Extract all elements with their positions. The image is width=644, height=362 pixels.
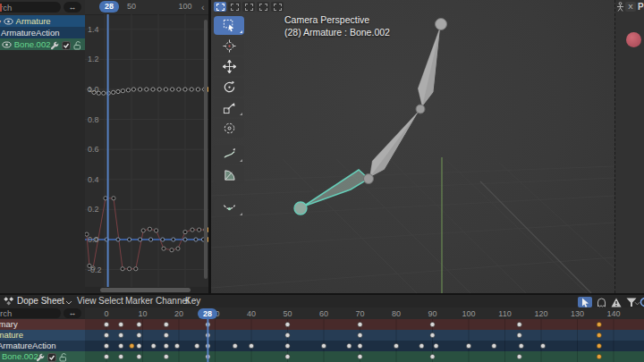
tool-annotate[interactable]: [214, 145, 244, 164]
keyframe-point[interactable]: [121, 267, 124, 271]
wrench-icon[interactable]: [50, 41, 59, 50]
search-input[interactable]: rch: [0, 2, 61, 13]
keyframe-point[interactable]: [198, 228, 201, 232]
panel-flyout-arrow[interactable]: ‹: [201, 2, 205, 13]
checkbox-icon[interactable]: [62, 41, 71, 50]
keyframe-point[interactable]: [191, 228, 194, 232]
select-mode-new[interactable]: [214, 2, 226, 12]
keyframe-point[interactable]: [116, 238, 120, 241]
eye-icon[interactable]: [2, 41, 12, 48]
keyframe-point[interactable]: [128, 238, 131, 241]
menu-channel[interactable]: Channel: [156, 296, 189, 307]
keyframe-point[interactable]: [183, 231, 187, 234]
lock-open-icon[interactable]: [73, 41, 82, 50]
dope-frame-ruler[interactable]: 0102030405060708090100110120130140: [0, 307, 644, 319]
joint-sphere[interactable]: [436, 19, 447, 30]
dope-channel-armatureaction[interactable]: ArmatureAction: [0, 341, 644, 351]
frame-tick-label: 80: [392, 309, 401, 318]
expand-channels-icon[interactable]: ↔: [64, 2, 81, 13]
keyframe-point[interactable]: [176, 247, 180, 250]
snap-refresh-icon[interactable]: [638, 297, 644, 307]
joint-sphere[interactable]: [416, 105, 425, 114]
keyframe-point[interactable]: [172, 238, 175, 241]
gizmo-axis-ball[interactable]: [626, 32, 641, 47]
keyframe-point[interactable]: [151, 88, 155, 91]
warning-filter-icon[interactable]: [609, 297, 623, 307]
select-mode-intersect[interactable]: [271, 2, 284, 12]
chevron-down-icon[interactable]: [65, 300, 72, 305]
keyframe-point[interactable]: [145, 88, 148, 91]
bone-selected[interactable]: [303, 170, 369, 206]
wrench-icon[interactable]: [36, 353, 45, 362]
keyframe-point[interactable]: [190, 88, 193, 91]
keyframe-point[interactable]: [183, 238, 187, 241]
tool-transform[interactable]: [214, 119, 244, 138]
lock-open-icon[interactable]: [59, 353, 68, 362]
checkbox-icon[interactable]: [47, 353, 56, 362]
tool-rotate[interactable]: [214, 78, 244, 97]
keyframe-point[interactable]: [148, 227, 151, 231]
keyframe-point[interactable]: [155, 229, 158, 232]
armature[interactable]: [294, 19, 447, 215]
close-button[interactable]: X: [625, 2, 636, 12]
editor-name[interactable]: Dope Sheet: [17, 296, 64, 307]
v-scrollbar-handle[interactable]: [204, 20, 208, 279]
current-frame-badge[interactable]: 28: [198, 308, 217, 319]
current-frame-badge[interactable]: 28: [99, 1, 119, 13]
panel-tab-label[interactable]: Pos: [638, 2, 644, 12]
keyframe-point[interactable]: [126, 88, 130, 92]
keyframe-point[interactable]: [171, 88, 174, 91]
select-mode-subtract[interactable]: [242, 2, 255, 12]
keyframe-point[interactable]: [102, 91, 106, 95]
menu-key[interactable]: Key: [185, 296, 200, 307]
keyframe-point[interactable]: [104, 197, 107, 200]
keyframe-point[interactable]: [121, 89, 124, 93]
select-mode-extend[interactable]: [228, 2, 241, 12]
tool-scale[interactable]: [214, 98, 244, 117]
select-mode-invert[interactable]: [257, 2, 269, 12]
keyframe-point[interactable]: [162, 247, 165, 250]
joint-sphere-selected[interactable]: [294, 202, 307, 215]
keyframe-point[interactable]: [139, 88, 142, 91]
disclosure-triangle-icon[interactable]: ▾: [0, 16, 1, 27]
eye-icon[interactable]: [4, 18, 13, 25]
keyframe-point[interactable]: [164, 88, 167, 91]
keyframe-point[interactable]: [170, 248, 174, 252]
keyframe-point[interactable]: [149, 238, 153, 241]
dope-channel-armature[interactable]: Armature: [0, 330, 644, 341]
keyframe-point[interactable]: [177, 88, 181, 91]
tool-measure[interactable]: [214, 165, 244, 184]
menu-select[interactable]: Select: [98, 296, 123, 307]
keyframe-point[interactable]: [141, 229, 145, 232]
graph-channel-armature[interactable]: ▾ Armature: [0, 15, 85, 27]
keyframe-point[interactable]: [196, 88, 199, 91]
tool-select-box[interactable]: [214, 16, 244, 35]
keyframe-point[interactable]: [183, 88, 187, 91]
keyframe-point[interactable]: [161, 238, 165, 241]
keyframe-point[interactable]: [139, 238, 142, 241]
h-scrollbar-handle[interactable]: [100, 288, 191, 292]
keyframe-point[interactable]: [194, 238, 198, 241]
joint-sphere[interactable]: [364, 174, 374, 184]
keyframe-point[interactable]: [157, 88, 161, 91]
tool-pose-curve[interactable]: [214, 198, 244, 217]
tool-move[interactable]: [214, 57, 244, 76]
show-hidden-ghost-icon[interactable]: [594, 297, 608, 307]
menu-marker[interactable]: Marker: [125, 296, 153, 307]
menu-view[interactable]: View: [77, 296, 97, 307]
only-selected-filter-icon[interactable]: [578, 297, 592, 307]
dope-channel-bone002[interactable]: Bone.002: [0, 351, 644, 362]
graph-channel-armatureaction[interactable]: ArmatureAction: [0, 27, 85, 38]
viewport-3d[interactable]: Camera Perspective (28) Armature : Bone.…: [211, 0, 614, 293]
editor-type-dropdown[interactable]: [3, 297, 14, 307]
keyframe-point[interactable]: [112, 90, 115, 94]
fcurve-canvas[interactable]: 1.41.21.00.80.60.40.20.0-0.2: [85, 14, 208, 287]
keyframe-point[interactable]: [116, 89, 120, 93]
graph-channel-bone002[interactable]: Bone.002: [0, 38, 85, 50]
dope-channel-summary[interactable]: Summary: [0, 319, 644, 330]
keyframe-point[interactable]: [128, 267, 131, 271]
keyframe-point[interactable]: [131, 88, 135, 91]
tool-cursor-3d[interactable]: [214, 37, 244, 55]
keyframe-point[interactable]: [112, 197, 115, 200]
keyframe-point[interactable]: [134, 267, 138, 271]
